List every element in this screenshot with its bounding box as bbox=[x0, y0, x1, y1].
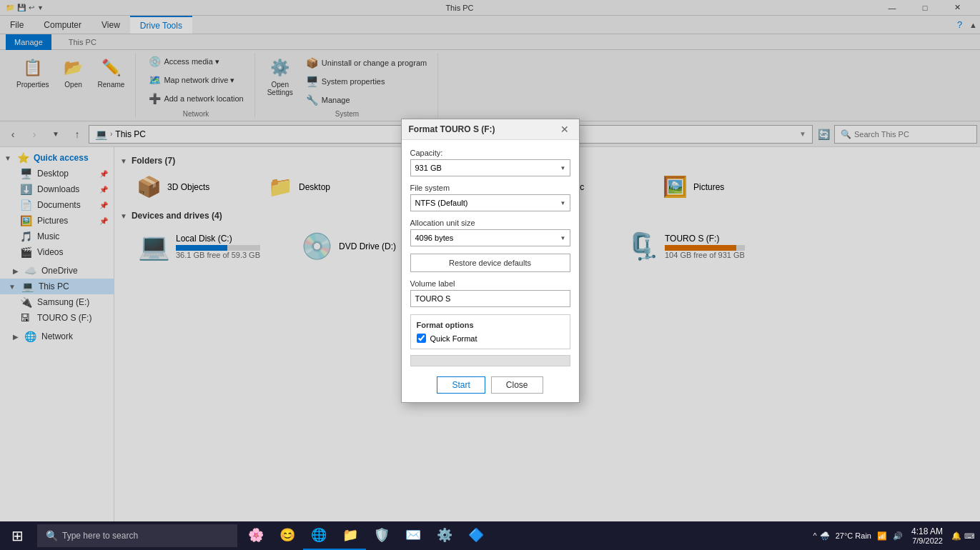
format-dialog: Format TOURO S (F:) ✕ Capacity: 931 GB F… bbox=[401, 119, 580, 403]
format-options-label: Format options bbox=[417, 321, 564, 329]
tray-weather-icon: 🌧️ bbox=[820, 531, 830, 541]
tray-speaker-icon[interactable]: 🔊 bbox=[893, 531, 903, 541]
filesystem-field: File system NTFS (Default) FAT32 exFAT bbox=[410, 184, 570, 211]
taskbar-search[interactable]: 🔍 Type here to search bbox=[37, 524, 237, 547]
modal-title-bar: Format TOURO S (F:) ✕ bbox=[402, 119, 579, 140]
modal-close-button[interactable]: ✕ bbox=[558, 124, 572, 135]
volume-label-field: Volume label bbox=[410, 279, 570, 307]
tray-icons: 🌧️ 27°C Rain 📶 🔊 bbox=[820, 531, 903, 541]
close-dialog-button[interactable]: Close bbox=[491, 376, 543, 394]
volume-label-label: Volume label bbox=[410, 279, 570, 288]
taskbar-search-icon: 🔍 bbox=[46, 530, 58, 541]
taskbar-app-visual-studio[interactable]: 🔷 bbox=[460, 521, 492, 550]
tray-time[interactable]: 4:18 AM 7/9/2022 bbox=[906, 526, 949, 545]
tray-show-hidden[interactable]: ^ bbox=[813, 531, 817, 540]
taskbar-app-store[interactable]: 🛡️ bbox=[366, 521, 397, 550]
alloc-field: Allocation unit size 512 bytes 1024 byte… bbox=[410, 219, 570, 246]
alloc-label: Allocation unit size bbox=[410, 219, 570, 227]
taskbar-app-explorer[interactable]: 📁 bbox=[335, 521, 366, 550]
taskbar-app-settings[interactable]: ⚙️ bbox=[429, 521, 460, 550]
taskbar-app-widgets[interactable]: 🌸 bbox=[240, 521, 272, 550]
tray-keyboard-icon[interactable]: ⌨ bbox=[964, 532, 974, 540]
volume-label-input[interactable] bbox=[410, 290, 570, 307]
filesystem-label: File system bbox=[410, 184, 570, 192]
restore-defaults-button[interactable]: Restore device defaults bbox=[410, 254, 570, 272]
taskbar-apps: 🌸 😊 🌐 📁 🛡️ ✉️ ⚙️ 🔷 bbox=[240, 521, 492, 550]
tray-network-icon[interactable]: 📶 bbox=[877, 531, 887, 541]
capacity-label: Capacity: bbox=[410, 149, 570, 157]
tray-weather-text: 27°C Rain bbox=[836, 531, 871, 540]
capacity-select-wrapper: 931 GB bbox=[410, 159, 570, 176]
start-button[interactable]: ⊞ bbox=[0, 521, 34, 550]
taskbar-tray: ^ 🌧️ 27°C Rain 📶 🔊 4:18 AM 7/9/2022 🔔 ⌨ bbox=[808, 526, 980, 545]
capacity-select[interactable]: 931 GB bbox=[410, 159, 570, 176]
start-button[interactable]: Start bbox=[437, 376, 485, 394]
taskbar: ⊞ 🔍 Type here to search 🌸 😊 🌐 📁 🛡️ ✉️ ⚙️… bbox=[0, 521, 980, 550]
filesystem-select[interactable]: NTFS (Default) FAT32 exFAT bbox=[410, 194, 570, 211]
alloc-select-wrapper: 512 bytes 1024 bytes 2048 bytes 4096 byt… bbox=[410, 229, 570, 246]
taskbar-app-edge[interactable]: 🌐 bbox=[303, 521, 335, 550]
tray-date-display: 7/9/2022 bbox=[911, 536, 943, 545]
modal-body: Capacity: 931 GB File system NTFS (Defau… bbox=[402, 140, 579, 402]
alloc-select[interactable]: 512 bytes 1024 bytes 2048 bytes 4096 byt… bbox=[410, 229, 570, 246]
tray-time-display: 4:18 AM bbox=[911, 526, 943, 536]
modal-title: Format TOURO S (F:) bbox=[409, 124, 558, 134]
quick-format-label[interactable]: Quick Format bbox=[430, 334, 477, 343]
taskbar-app-mail[interactable]: ✉️ bbox=[397, 521, 429, 550]
quick-format-checkbox[interactable] bbox=[417, 334, 426, 343]
filesystem-select-wrapper: NTFS (Default) FAT32 exFAT bbox=[410, 194, 570, 211]
capacity-field: Capacity: 931 GB bbox=[410, 149, 570, 176]
format-progress-bar bbox=[410, 355, 570, 366]
modal-buttons: Start Close bbox=[410, 374, 570, 394]
tray-notification-icon[interactable]: 🔔 bbox=[951, 531, 961, 541]
quick-format-row: Quick Format bbox=[417, 334, 564, 343]
taskbar-app-emoji[interactable]: 😊 bbox=[272, 521, 303, 550]
taskbar-search-placeholder: Type here to search bbox=[62, 531, 138, 541]
format-options-group: Format options Quick Format bbox=[410, 314, 570, 349]
modal-overlay: Format TOURO S (F:) ✕ Capacity: 931 GB F… bbox=[0, 0, 980, 521]
